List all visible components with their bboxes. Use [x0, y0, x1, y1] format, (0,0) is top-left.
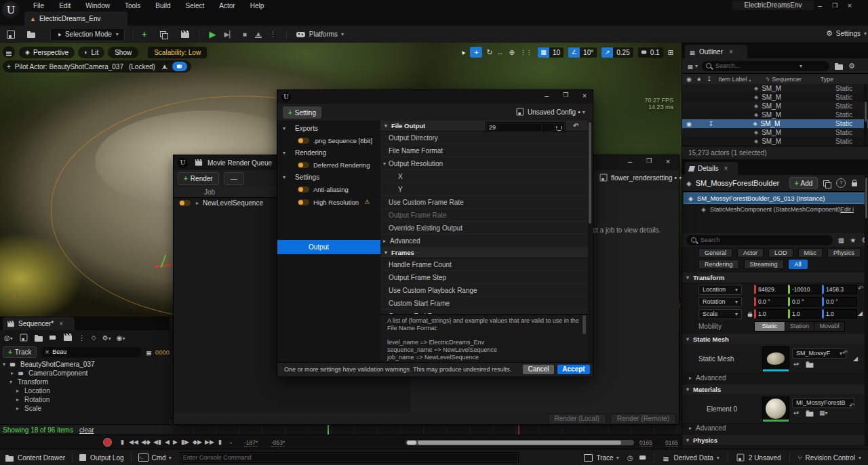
sequencer-keys-icon[interactable]: ◇	[92, 334, 96, 341]
screenshot-icon[interactable]	[639, 456, 646, 460]
scale-x-field[interactable]: 1.0	[754, 309, 789, 319]
revert-icon[interactable]: ↶	[842, 350, 848, 357]
sequencer-save-icon[interactable]	[20, 334, 27, 342]
mrq-render-button[interactable]: + Render	[178, 172, 219, 185]
next-keyframe-button[interactable]: ◆▶	[193, 439, 202, 445]
revision-control-dropdown[interactable]: ⑂ Revision Control ▾	[798, 454, 861, 462]
tree-item-deferred[interactable]: Deferred Rendering	[277, 159, 380, 170]
play-forward-button[interactable]: ▶	[173, 439, 178, 445]
outliner-row[interactable]: ◈ SM_M Static	[682, 110, 868, 119]
browse-to-asset-icon[interactable]	[806, 411, 814, 416]
menu-actor[interactable]: Actor	[212, 2, 242, 9]
sequencer-filter-icon[interactable]	[146, 351, 151, 352]
tree-item-output-selected[interactable]: Output	[277, 240, 380, 254]
cinematics-icon[interactable]	[181, 33, 189, 38]
chip-all[interactable]: All	[789, 260, 808, 269]
jump-to-end-button[interactable]: ▶▶	[205, 439, 214, 445]
timeline-scrollbar[interactable]	[406, 440, 634, 445]
pilot-camera-view-toggle[interactable]	[172, 62, 187, 71]
set-playback-end-button[interactable]: ▮	[218, 439, 222, 445]
menu-tools[interactable]: Tools	[117, 2, 148, 9]
menu-help[interactable]: Help	[243, 2, 272, 9]
chip-actor[interactable]: Actor	[737, 248, 764, 258]
previous-keyframe-button[interactable]: ◀◆	[141, 439, 151, 445]
sequencer-column[interactable]: Sequencer	[772, 76, 802, 83]
type-column[interactable]: Type	[821, 76, 834, 83]
lit-dropdown[interactable]: ◐ Lit	[78, 47, 104, 58]
selection-mode-dropdown[interactable]: ▲ Selection Mode ▾	[50, 28, 125, 41]
location-z-field[interactable]: 1458.3	[822, 285, 857, 294]
chip-physics[interactable]: Physics	[827, 248, 861, 258]
static-mesh-advanced-row[interactable]: ▸ Advanced	[682, 373, 868, 382]
track-row-camera-component[interactable]: ▸ CameraComponent	[0, 369, 170, 378]
scale-lock-icon[interactable]	[748, 314, 752, 317]
blueprints-icon[interactable]	[160, 31, 166, 37]
content-drawer-button[interactable]: Content Drawer	[5, 454, 65, 462]
use-selected-asset-icon[interactable]: ↫	[793, 409, 799, 417]
help-scrollbar[interactable]	[583, 315, 586, 334]
cancel-button[interactable]: Cancel	[523, 365, 554, 374]
level-tab[interactable]: ▲ ElectricDreams_Env	[24, 12, 127, 26]
sequencer-more-icon[interactable]: ⋮	[79, 334, 85, 342]
viewport-options-icon[interactable]	[3, 46, 15, 58]
dialog-scrollbar[interactable]	[588, 121, 592, 362]
create-folder-icon[interactable]	[835, 64, 843, 70]
grid-snap-icon[interactable]: ▦	[538, 47, 549, 58]
track-row-rotation[interactable]: ▸ Rotation	[0, 395, 170, 404]
mrq-close-button[interactable]: ×	[660, 157, 675, 165]
sequencer-tab-close-icon[interactable]: ×	[59, 320, 63, 327]
camera-speed-value[interactable]: 0.1	[650, 47, 663, 58]
platforms-dropdown[interactable]: Platforms ▾	[296, 31, 344, 38]
scalability-warning-badge[interactable]: Scalability: Low	[148, 47, 207, 58]
track-row-transform[interactable]: ▾ Transform	[0, 378, 170, 386]
menu-build[interactable]: Build	[148, 2, 178, 9]
menu-file[interactable]: File	[26, 2, 52, 9]
step-forward-button[interactable]: ▮▶	[181, 439, 189, 445]
jump-to-front-button[interactable]: ◀◀	[129, 439, 138, 445]
add-component-button[interactable]: + Add	[789, 177, 818, 189]
tree-item-high-resolution[interactable]: High Resolution ⚠	[277, 197, 380, 207]
scale-z-field[interactable]: 1.0	[822, 309, 857, 319]
advanced-row[interactable]: ▸ Advanced	[380, 235, 588, 247]
mobility-movable-button[interactable]: Movabl	[814, 321, 845, 331]
sequencer-tab[interactable]: Sequencer* ×	[3, 317, 75, 330]
outliner-filter-icon[interactable]	[688, 65, 693, 66]
surface-snap-icon[interactable]: ⋮⋮	[520, 49, 532, 56]
details-tab[interactable]: Details ×	[685, 162, 738, 175]
dialog-maximize-button[interactable]: ❒	[558, 92, 573, 98]
sequencer-column-icon[interactable]: ϟ	[766, 76, 770, 83]
config-preset-dropdown[interactable]: Unsaved Config • ▾	[516, 108, 585, 116]
dialog-minimize-button[interactable]: –	[539, 92, 554, 100]
frames-header[interactable]: ▾Frames	[380, 247, 588, 258]
rotation-z-field[interactable]: 0.0 °	[822, 297, 857, 306]
item-label-column[interactable]: Item Label	[718, 76, 747, 83]
component-row[interactable]: ◈ StaticMeshComponent (StaticMeshCompone…	[682, 204, 868, 214]
static-mesh-asset-dropdown[interactable]: SM_MossyF▾	[792, 348, 846, 359]
mrq-preset-dropdown[interactable]: flower_rendersetting • ▾	[599, 174, 682, 182]
lock-icon[interactable]	[852, 182, 857, 186]
perspective-dropdown[interactable]: ◈ Perspective	[19, 47, 75, 58]
unreal-logo[interactable]: U	[2, 1, 20, 19]
tree-item-png-sequence[interactable]: .png Sequence [8bit]	[277, 135, 380, 146]
world-options-dropdown[interactable]: ◎▾	[4, 334, 13, 342]
physics-section-header[interactable]: ▾Physics	[682, 435, 868, 446]
accept-button[interactable]: Accept	[557, 365, 590, 374]
add-actor-icon[interactable]: +	[142, 29, 147, 39]
mrq-maximize-button[interactable]: ❒	[642, 157, 656, 164]
tree-group-exports[interactable]: ▾Exports	[277, 123, 380, 134]
outliner-row-selected[interactable]: ◉ ↧ ◈ SM_M Static	[682, 119, 868, 128]
tree-item-anti-aliasing[interactable]: Anti-aliasing	[277, 184, 380, 195]
outliner-tab-close-icon[interactable]: ×	[729, 48, 733, 56]
details-scrollbar[interactable]	[865, 175, 868, 445]
add-track-button[interactable]: + Track	[3, 346, 37, 358]
details-tab-close-icon[interactable]: ×	[724, 165, 728, 172]
outliner-tab[interactable]: Outliner ×	[685, 45, 747, 58]
loop-mode-button[interactable]: →	[226, 438, 233, 445]
revert-icon[interactable]: ↶	[858, 285, 863, 292]
clear-search-icon[interactable]: ×	[45, 348, 49, 356]
static-mesh-thumbnail[interactable]	[762, 346, 789, 372]
derived-data-dropdown[interactable]: Derived Data ▾	[663, 454, 719, 462]
play-options-icon[interactable]: ⋮	[270, 31, 277, 38]
pin-icon[interactable]: ↧	[709, 121, 714, 127]
custom-end-frame-input[interactable]	[486, 122, 543, 132]
